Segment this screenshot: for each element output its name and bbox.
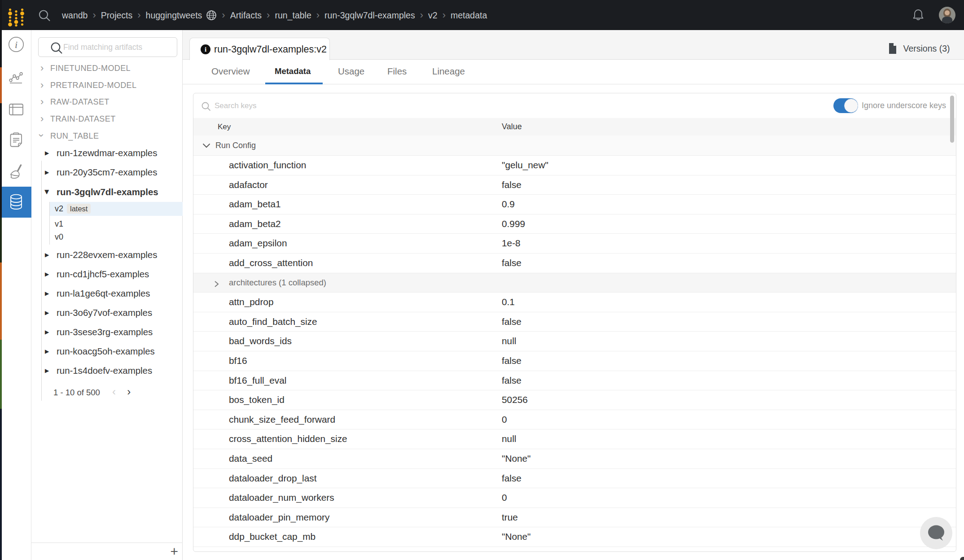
svg-text:i: i bbox=[15, 39, 18, 50]
